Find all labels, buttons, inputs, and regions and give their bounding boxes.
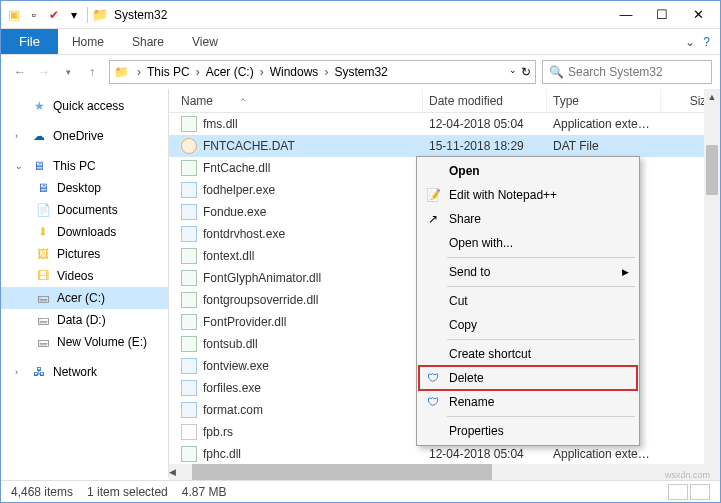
chevron-icon[interactable]: ›: [256, 65, 268, 79]
shield-icon: [425, 371, 441, 385]
scrollbar-thumb[interactable]: [706, 145, 718, 195]
chevron-icon[interactable]: ›: [133, 65, 145, 79]
search-icon: 🔍: [549, 65, 564, 79]
address-bar[interactable]: 📁 › This PC › Acer (C:) › Windows › Syst…: [109, 60, 536, 84]
back-button[interactable]: ←: [9, 61, 31, 83]
ribbon: File Home Share View ⌄ ?: [1, 29, 720, 55]
submenu-arrow-icon: ▶: [622, 267, 629, 277]
qat-checkmark-icon[interactable]: ✔: [45, 6, 63, 24]
file-name: fontgroupsoverride.dll: [203, 293, 318, 307]
nav-acer-c[interactable]: 🖴Acer (C:): [1, 287, 168, 309]
address-folder-icon: 📁: [114, 65, 129, 79]
ctx-open[interactable]: Open: [419, 159, 637, 183]
search-input[interactable]: 🔍 Search System32: [542, 60, 712, 84]
vertical-scrollbar[interactable]: ▲ ▼: [704, 89, 720, 477]
col-name[interactable]: Name^: [175, 89, 423, 112]
close-button[interactable]: ✕: [680, 3, 716, 27]
file-name: forfiles.exe: [203, 381, 261, 395]
view-details-button[interactable]: [668, 484, 688, 500]
ctx-open-with[interactable]: Open with...: [419, 231, 637, 255]
forward-button[interactable]: →: [33, 61, 55, 83]
help-icon[interactable]: ?: [703, 35, 710, 49]
title-bar: ▣ ▫ ✔ ▾ 📁 System32 — ☐ ✕: [1, 1, 720, 29]
share-icon: ↗: [425, 212, 441, 226]
nav-downloads[interactable]: ⬇Downloads: [1, 221, 168, 243]
nav-pictures[interactable]: 🖼Pictures: [1, 243, 168, 265]
file-icon: [181, 314, 197, 330]
scroll-left-icon[interactable]: ◀: [169, 464, 176, 480]
horizontal-scrollbar[interactable]: ◀: [169, 464, 720, 480]
address-dropdown-icon[interactable]: ⌄: [509, 65, 517, 79]
up-button[interactable]: ↑: [81, 61, 103, 83]
file-icon: [181, 424, 197, 440]
file-row[interactable]: fms.dll12-04-2018 05:04Application exten…: [169, 113, 720, 135]
file-date: 12-04-2018 05:04: [423, 117, 547, 131]
qat-dropdown-icon[interactable]: ▾: [65, 6, 83, 24]
file-name: FntCache.dll: [203, 161, 270, 175]
nav-data-d[interactable]: 🖴Data (D:): [1, 309, 168, 331]
file-row[interactable]: FNTCACHE.DAT15-11-2018 18:29DAT File: [169, 135, 720, 157]
ribbon-expand-icon[interactable]: ⌄: [685, 35, 695, 49]
file-icon: [181, 138, 197, 154]
folder-menu-icon[interactable]: ▣: [5, 6, 23, 24]
file-date: 15-11-2018 18:29: [423, 139, 547, 153]
ctx-edit-notepad[interactable]: 📝Edit with Notepad++: [419, 183, 637, 207]
ctx-send-to[interactable]: Send to▶: [419, 260, 637, 284]
file-icon: [181, 248, 197, 264]
nav-onedrive[interactable]: ›☁OneDrive: [1, 125, 168, 147]
file-icon: [181, 226, 197, 242]
file-icon: [181, 116, 197, 132]
refresh-icon[interactable]: ↻: [521, 65, 531, 79]
file-name: fphc.dll: [203, 447, 241, 461]
breadcrumb[interactable]: Acer (C:): [204, 65, 256, 79]
status-selection: 1 item selected: [87, 485, 168, 499]
notepad-icon: 📝: [425, 188, 441, 202]
maximize-button[interactable]: ☐: [644, 3, 680, 27]
ctx-rename[interactable]: Rename: [419, 390, 637, 414]
navigation-bar: ← → ▾ ↑ 📁 › This PC › Acer (C:) › Window…: [1, 55, 720, 89]
scroll-up-icon[interactable]: ▲: [704, 89, 720, 105]
nav-videos[interactable]: 🎞Videos: [1, 265, 168, 287]
breadcrumb[interactable]: This PC: [145, 65, 192, 79]
quick-access-toolbar: ▣ ▫ ✔ ▾: [5, 6, 83, 24]
qat-item[interactable]: ▫: [25, 6, 43, 24]
nav-this-pc[interactable]: ⌄🖥This PC: [1, 155, 168, 177]
file-icon: [181, 270, 197, 286]
chevron-icon[interactable]: ›: [192, 65, 204, 79]
file-date: 12-04-2018 05:04: [423, 447, 547, 461]
ctx-copy[interactable]: Copy: [419, 313, 637, 337]
nav-desktop[interactable]: 🖥Desktop: [1, 177, 168, 199]
breadcrumb[interactable]: Windows: [268, 65, 321, 79]
ctx-delete[interactable]: Delete: [419, 366, 637, 390]
col-type[interactable]: Type: [547, 89, 661, 112]
nav-documents[interactable]: 📄Documents: [1, 199, 168, 221]
chevron-icon[interactable]: ›: [320, 65, 332, 79]
ctx-share[interactable]: ↗Share: [419, 207, 637, 231]
file-icon: [181, 402, 197, 418]
ctx-cut[interactable]: Cut: [419, 289, 637, 313]
file-type: DAT File: [547, 139, 661, 153]
file-icon: [181, 204, 197, 220]
shield-icon: [425, 395, 441, 409]
file-name: fms.dll: [203, 117, 238, 131]
ctx-create-shortcut[interactable]: Create shortcut: [419, 342, 637, 366]
file-name: format.com: [203, 403, 263, 417]
breadcrumb[interactable]: System32: [332, 65, 389, 79]
file-name: fontdrvhost.exe: [203, 227, 285, 241]
nav-network[interactable]: ›🖧Network: [1, 361, 168, 383]
file-tab[interactable]: File: [1, 29, 58, 54]
minimize-button[interactable]: —: [608, 3, 644, 27]
file-row[interactable]: fphc.dll12-04-2018 05:04Application exte…: [169, 443, 720, 465]
nav-new-volume-e[interactable]: 🖴New Volume (E:): [1, 331, 168, 353]
tab-share[interactable]: Share: [118, 29, 178, 54]
col-date[interactable]: Date modified: [423, 89, 547, 112]
scrollbar-thumb-h[interactable]: [192, 464, 492, 480]
tab-view[interactable]: View: [178, 29, 232, 54]
view-large-button[interactable]: [690, 484, 710, 500]
nav-quick-access[interactable]: ★Quick access: [1, 95, 168, 117]
file-name: FNTCACHE.DAT: [203, 139, 295, 153]
tab-home[interactable]: Home: [58, 29, 118, 54]
ctx-properties[interactable]: Properties: [419, 419, 637, 443]
search-placeholder: Search System32: [568, 65, 663, 79]
history-dropdown[interactable]: ▾: [57, 61, 79, 83]
